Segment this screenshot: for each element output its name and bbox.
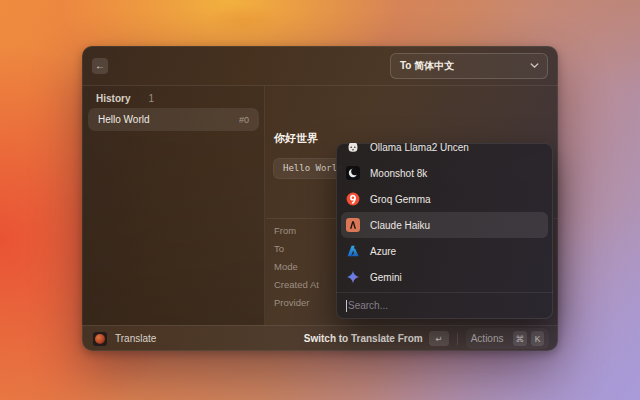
history-title: History bbox=[96, 93, 130, 104]
model-menu-item-azure[interactable]: Azure bbox=[341, 238, 548, 264]
model-menu-item-label: Ollama Llama2 Uncen bbox=[370, 143, 469, 153]
translate-extension-orb bbox=[95, 334, 105, 344]
raycast-translate-window: ← To 简体中文 History 1 Hello World #0 你好世界 … bbox=[82, 46, 558, 351]
footer-bar: Translate Switch to Translate From ↵ Act… bbox=[82, 325, 558, 351]
top-bar: ← To 简体中文 bbox=[82, 46, 558, 86]
model-dropdown-menu: Ollama Llama2 Uncen Moonshot 8k bbox=[336, 143, 553, 319]
cmd-key-icon: ⌘ bbox=[513, 331, 528, 346]
model-menu-item-groq[interactable]: Groq Gemma bbox=[341, 186, 548, 212]
groq-logo-icon bbox=[346, 192, 360, 206]
moonshot-logo-icon bbox=[346, 166, 360, 180]
return-key-icon: ↵ bbox=[429, 331, 449, 346]
target-language-select[interactable]: To 简体中文 bbox=[390, 53, 548, 79]
back-button[interactable]: ← bbox=[92, 58, 108, 74]
model-menu-item-moonshot[interactable]: Moonshot 8k bbox=[341, 160, 548, 186]
desktop-background: ← To 简体中文 History 1 Hello World #0 你好世界 … bbox=[0, 0, 640, 400]
actions-menu-button[interactable]: Actions ⌘ K bbox=[466, 328, 549, 349]
primary-action-button[interactable]: Switch to Translate From bbox=[304, 333, 423, 344]
anthropic-logo-icon bbox=[346, 218, 360, 232]
translate-extension-icon bbox=[93, 332, 107, 346]
translation-result-title: 你好世界 bbox=[274, 131, 318, 146]
model-menu-item-ollama[interactable]: Ollama Llama2 Uncen bbox=[341, 143, 548, 160]
history-count: 1 bbox=[148, 93, 154, 104]
model-menu-item-label: Azure bbox=[370, 246, 396, 257]
footer-separator bbox=[457, 333, 458, 345]
field-label-to: To bbox=[274, 240, 319, 258]
field-label-provider: Provider bbox=[274, 294, 319, 312]
field-label-created-at: Created At bbox=[274, 276, 319, 294]
gemini-logo-icon bbox=[346, 270, 360, 284]
model-menu-item-label: Groq Gemma bbox=[370, 194, 431, 205]
model-search-row bbox=[336, 292, 553, 318]
history-sidebar: History 1 Hello World #0 bbox=[82, 86, 265, 325]
footer-actions: Switch to Translate From ↵ Actions ⌘ K bbox=[304, 328, 549, 349]
model-menu-item-gemini[interactable]: Gemini bbox=[341, 264, 548, 290]
field-label-mode: Mode bbox=[274, 258, 319, 276]
model-menu-item-label: Moonshot 8k bbox=[370, 168, 427, 179]
k-key-icon: K bbox=[531, 331, 544, 346]
history-list-item[interactable]: Hello World #0 bbox=[88, 108, 259, 131]
history-header: History 1 bbox=[96, 93, 154, 104]
history-item-index: #0 bbox=[239, 115, 249, 125]
azure-logo-icon bbox=[346, 244, 360, 258]
metadata-field-labels: From To Mode Created At Provider bbox=[274, 222, 319, 312]
chevron-down-icon bbox=[530, 63, 539, 69]
target-language-label: To 简体中文 bbox=[400, 59, 454, 73]
model-menu-item-label: Gemini bbox=[370, 272, 402, 283]
actions-label: Actions bbox=[471, 333, 504, 344]
model-search-input[interactable] bbox=[348, 300, 543, 311]
field-label-from: From bbox=[274, 222, 319, 240]
text-caret bbox=[346, 300, 347, 312]
model-menu-item-claude-selected[interactable]: Claude Haiku bbox=[341, 212, 548, 238]
model-menu-item-label: Claude Haiku bbox=[370, 220, 430, 231]
model-dropdown-list[interactable]: Ollama Llama2 Uncen Moonshot 8k bbox=[336, 143, 553, 292]
extension-name: Translate bbox=[115, 333, 156, 344]
history-item-label: Hello World bbox=[98, 114, 150, 125]
ollama-logo-icon bbox=[346, 143, 360, 154]
